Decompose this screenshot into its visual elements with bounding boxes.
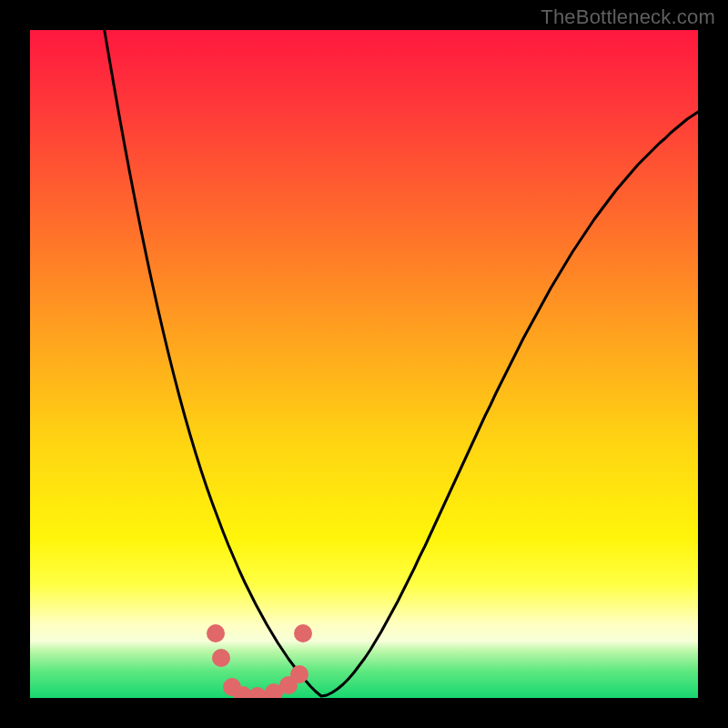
chart-background <box>30 30 698 698</box>
marker-dot <box>294 624 312 642</box>
marker-dot <box>212 649 230 667</box>
chart-svg <box>30 30 698 698</box>
marker-dot <box>207 624 225 642</box>
marker-dot <box>290 665 308 683</box>
plot-area <box>30 30 698 698</box>
chart-frame: TheBottleneck.com <box>0 0 728 728</box>
watermark-text: TheBottleneck.com <box>541 5 715 29</box>
